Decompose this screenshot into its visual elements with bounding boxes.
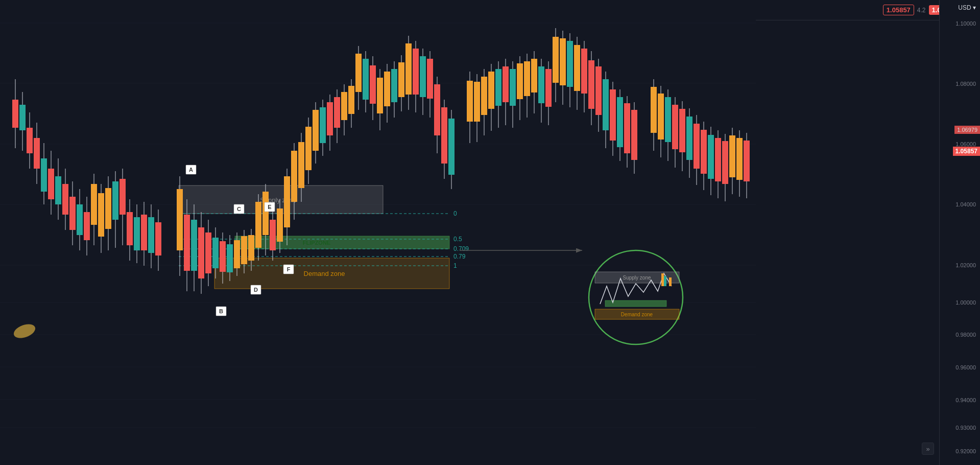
svg-rect-32 — [55, 176, 61, 204]
svg-rect-178 — [603, 79, 609, 130]
svg-rect-74 — [220, 241, 226, 272]
price-tick-098: 0.98000 — [955, 332, 976, 338]
svg-rect-136 — [441, 107, 447, 164]
svg-rect-140 — [467, 81, 473, 122]
label-f: F — [287, 266, 291, 272]
label-e: E — [268, 204, 271, 210]
demand-zone-label: Demand zone — [304, 270, 345, 277]
svg-rect-132 — [427, 59, 433, 99]
svg-rect-196 — [679, 109, 685, 152]
svg-rect-162 — [545, 69, 552, 107]
svg-rect-64 — [184, 215, 190, 271]
svg-rect-62 — [177, 189, 183, 250]
svg-rect-54 — [134, 217, 140, 250]
svg-rect-72 — [212, 238, 219, 268]
current-price-badge: 1.05857 — [883, 5, 914, 15]
svg-rect-154 — [517, 63, 523, 99]
svg-rect-214 — [744, 141, 750, 181]
svg-rect-229 — [664, 276, 666, 286]
svg-rect-194 — [672, 105, 678, 149]
zoom-controls: » — [922, 443, 934, 455]
svg-rect-116 — [370, 65, 376, 104]
price-tick-092: 0.92000 — [955, 448, 976, 454]
svg-rect-26 — [34, 138, 40, 169]
svg-rect-166 — [560, 38, 566, 85]
price-axis: USD ▾ 1.10000 1.08000 1.06979 1.06000 1.… — [939, 0, 980, 465]
svg-rect-212 — [736, 138, 743, 180]
svg-rect-40 — [84, 212, 90, 240]
svg-rect-128 — [413, 49, 419, 95]
svg-rect-90 — [277, 208, 283, 242]
svg-rect-146 — [488, 72, 494, 109]
svg-rect-180 — [610, 89, 616, 141]
svg-rect-130 — [420, 56, 426, 97]
price-tick-096: 0.96000 — [955, 364, 976, 370]
svg-rect-68 — [198, 227, 204, 278]
svg-rect-60 — [155, 222, 161, 255]
svg-rect-78 — [234, 240, 240, 268]
svg-rect-22 — [19, 105, 26, 130]
svg-rect-226 — [605, 300, 666, 307]
price-tick-104: 1.04000 — [955, 201, 976, 207]
svg-rect-188 — [651, 87, 657, 133]
label-c: C — [237, 206, 241, 212]
svg-rect-192 — [665, 97, 671, 142]
label-b: B — [219, 308, 223, 314]
svg-rect-94 — [291, 151, 297, 202]
label-d: D — [254, 287, 258, 293]
svg-rect-174 — [588, 60, 594, 109]
svg-rect-82 — [248, 235, 254, 261]
svg-rect-186 — [631, 110, 637, 160]
svg-rect-228 — [669, 277, 672, 286]
label-a: A — [189, 167, 193, 173]
svg-rect-152 — [510, 69, 516, 106]
svg-rect-80 — [241, 236, 247, 264]
price-tick-093: 0.93000 — [955, 425, 976, 431]
svg-rect-52 — [127, 212, 133, 245]
svg-rect-108 — [341, 92, 347, 120]
svg-rect-204 — [708, 135, 714, 179]
svg-rect-13 — [235, 236, 449, 249]
svg-rect-200 — [694, 124, 700, 169]
expand-button[interactable]: » — [922, 443, 934, 455]
svg-rect-150 — [503, 66, 509, 102]
svg-rect-210 — [729, 135, 735, 177]
svg-rect-104 — [327, 102, 333, 135]
fib-0709-label: 0.709 — [453, 245, 469, 252]
svg-rect-48 — [112, 181, 118, 220]
chart-canvas: Supply zone Demand zone FLIPZONE 0 0.5 0… — [0, 0, 756, 465]
svg-rect-208 — [722, 141, 728, 184]
fib-0-label: 0 — [453, 210, 457, 217]
price-tick-108: 1.08000 — [955, 81, 976, 87]
svg-rect-106 — [334, 97, 340, 128]
svg-rect-70 — [205, 232, 211, 273]
svg-rect-206 — [715, 138, 721, 181]
svg-rect-190 — [658, 94, 664, 140]
atr-value: 4.2 — [917, 7, 926, 14]
svg-rect-144 — [481, 77, 487, 115]
svg-rect-112 — [355, 54, 362, 92]
svg-rect-46 — [105, 188, 111, 229]
secondary-price-label: 1.06979 — [954, 126, 980, 134]
svg-rect-98 — [305, 127, 312, 170]
svg-rect-142 — [474, 82, 480, 122]
svg-rect-164 — [553, 37, 559, 83]
svg-rect-138 — [448, 119, 455, 175]
svg-rect-20 — [12, 100, 18, 128]
svg-rect-66 — [191, 220, 197, 271]
svg-rect-110 — [348, 86, 354, 114]
svg-rect-50 — [119, 179, 126, 215]
svg-rect-184 — [624, 103, 630, 153]
currency-dropdown[interactable]: USD ▾ — [958, 4, 976, 11]
svg-rect-76 — [227, 244, 233, 272]
svg-rect-36 — [69, 197, 76, 230]
svg-rect-42 — [91, 184, 97, 225]
svg-rect-38 — [77, 204, 83, 235]
svg-rect-172 — [581, 49, 587, 94]
fib-1-label: 1 — [453, 262, 457, 269]
svg-rect-170 — [574, 45, 580, 91]
svg-rect-227 — [661, 273, 664, 286]
price-tick-102: 1.02000 — [955, 262, 976, 268]
svg-rect-160 — [538, 66, 544, 103]
price-tick-100: 1.00000 — [955, 299, 976, 306]
